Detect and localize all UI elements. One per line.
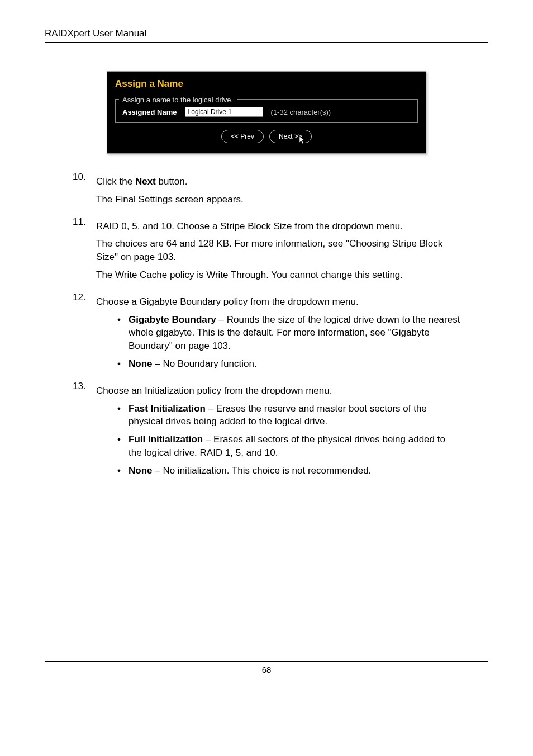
form-caption: Assign a name to the logical drive.: [119, 94, 237, 105]
content-body: 10. Click the Next button. The Final Set…: [45, 171, 488, 482]
form-box: Assign a name to the logical drive. Assi…: [115, 99, 418, 123]
cursor-icon: [299, 136, 307, 147]
prev-button[interactable]: << Prev: [221, 130, 264, 143]
step-13-line1: Choose an Initialization policy from the…: [96, 384, 460, 398]
header-title: RAIDXpert User Manual: [45, 28, 488, 39]
assigned-name-label: Assigned Name: [122, 108, 177, 116]
step-10-line2: The Final Settings screen appears.: [96, 193, 460, 206]
step-13-bullet-3: None – No initialization. This choice is…: [113, 464, 460, 478]
none-bold-12: None: [129, 358, 153, 369]
step-11-line1: RAID 0, 5, and 10. Choose a Stripe Block…: [96, 220, 460, 233]
step-11-line2: The choices are 64 and 128 KB. For more …: [96, 237, 460, 264]
step-12-number: 12.: [73, 291, 96, 375]
step-13-number: 13.: [73, 380, 96, 482]
screenshot-panel: Assign a Name Assign a name to the logic…: [107, 71, 426, 154]
none-text-12: – No Boundary function.: [153, 358, 257, 369]
step-10-next-bold: Next: [135, 176, 156, 187]
footer-page-number: 68: [45, 661, 488, 674]
full-init-bold: Full Initialization: [129, 434, 203, 445]
step-11-number: 11.: [73, 215, 96, 286]
step-13-bullet-1: Fast Initialization – Erases the reserve…: [113, 402, 460, 429]
panel-title: Assign a Name: [115, 78, 418, 89]
step-12-bullet-1: Gigabyte Boundary – Rounds the size of t…: [113, 313, 460, 353]
step-12-line1: Choose a Gigabyte Boundary policy from t…: [96, 295, 460, 309]
header-rule: [45, 42, 488, 43]
step-12-bullet-2: None – No Boundary function.: [113, 357, 460, 371]
none-text-13: – No initialization. This choice is not …: [153, 465, 372, 476]
char-hint: (1-32 character(s)): [271, 108, 331, 116]
step-10-text-a: Click the: [96, 176, 135, 187]
step-13-bullet-2: Full Initialization – Erases all sectors…: [113, 433, 460, 460]
none-bold-13: None: [129, 465, 153, 476]
next-button[interactable]: Next >>: [269, 130, 312, 143]
step-10-text-b: button.: [156, 176, 188, 187]
panel-title-underline: [115, 92, 418, 92]
gigabyte-boundary-bold: Gigabyte Boundary: [129, 314, 216, 325]
assigned-name-input[interactable]: [185, 107, 263, 117]
step-10-number: 10.: [73, 171, 96, 211]
fast-init-bold: Fast Initialization: [129, 403, 206, 414]
step-11-line3: The Write Cache policy is Write Through.…: [96, 268, 460, 282]
